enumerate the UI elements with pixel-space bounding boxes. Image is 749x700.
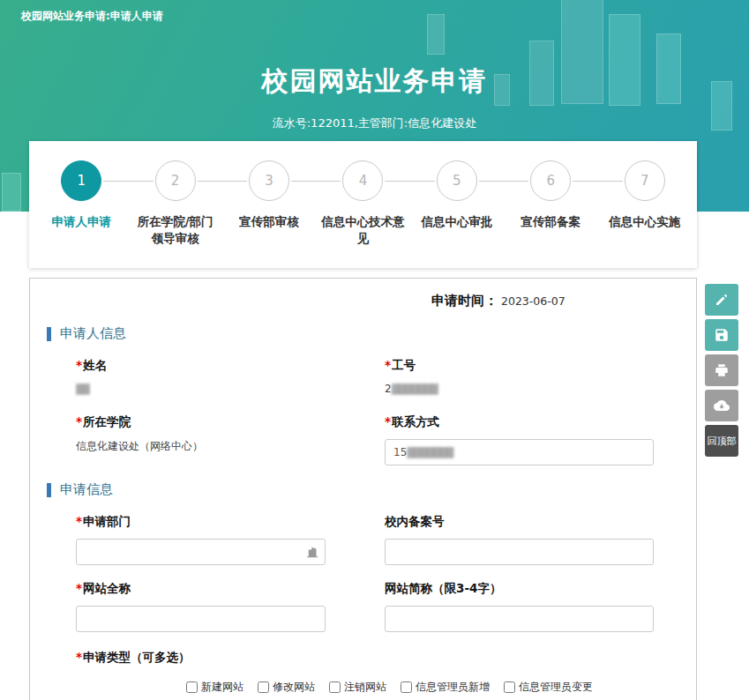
step-publicity-review[interactable]: 3 宣传部审核: [222, 160, 316, 247]
site-shortname-label: 网站简称（限3-4字）: [385, 581, 683, 597]
application-form-card: 申请时间： 2023-06-07 申请人信息 *姓名 ▓▓ *工号 2▓▓▓▓▓…: [29, 278, 697, 700]
pencil-icon: [714, 292, 730, 308]
step-dept-leader-review[interactable]: 2 所在学院/部门领导审核: [128, 160, 221, 247]
step-3-label: 宣传部审核: [226, 213, 312, 230]
required-mark: *: [76, 514, 82, 528]
field-site-shortname: 网站简称（限3-4字）: [385, 565, 683, 632]
applicant-fields: *姓名 ▓▓ *工号 2▓▓▓▓▓▓▓ *所在学院 信息化建设处（网络中心） *…: [76, 342, 683, 465]
floppy-save-icon: [714, 327, 730, 343]
section-title: 申请信息: [60, 481, 113, 498]
checkbox-label: 修改网站: [273, 680, 315, 695]
admin-change-checkbox[interactable]: [504, 681, 515, 693]
step-2-circle: 2: [155, 160, 196, 201]
modify-site-checkbox[interactable]: [258, 681, 269, 693]
step-6-circle: 6: [530, 160, 571, 201]
field-site-fullname: *网站全称: [76, 565, 385, 632]
print-button[interactable]: [705, 354, 738, 386]
step-4-label: 信息中心技术意见: [319, 213, 406, 247]
step-applicant[interactable]: 1 申请人申请: [34, 160, 128, 247]
back-to-top-button[interactable]: 回顶部: [705, 425, 738, 457]
required-mark: *: [385, 358, 391, 372]
apply-type-option-admin-change[interactable]: 信息管理员变更: [504, 680, 593, 695]
download-button[interactable]: [705, 390, 738, 421]
required-mark: *: [76, 414, 82, 428]
field-apply-dept: *申请部门: [76, 498, 385, 565]
new-site-checkbox[interactable]: [186, 681, 198, 693]
step-7-label: 信息中心实施: [602, 213, 688, 230]
site-fullname-label: *网站全称: [76, 581, 385, 597]
step-1-circle: 1: [61, 160, 101, 201]
apply-type-options: 新建网站 修改网站 注销网站 信息管理员新增 信息管理员变更: [186, 680, 683, 695]
step-info-center-approval[interactable]: 5 信息中心审批: [410, 160, 504, 247]
name-label: *姓名: [76, 358, 385, 374]
apply-type-option-modify[interactable]: 修改网站: [258, 680, 315, 695]
step-1-label: 申请人申请: [38, 213, 124, 230]
step-7-circle: 7: [625, 160, 665, 201]
step-2-label: 所在学院/部门领导审核: [132, 213, 219, 247]
apply-time-label: 申请时间：: [431, 293, 498, 309]
apply-type-option-admin-add[interactable]: 信息管理员新增: [401, 680, 490, 695]
employee-id-value: 2▓▓▓▓▓▓▓: [385, 383, 683, 398]
printer-icon: [714, 362, 730, 378]
record-no-label: 校内备案号: [385, 514, 683, 530]
checkbox-label: 信息管理员变更: [519, 680, 593, 695]
field-record-no: 校内备案号: [385, 498, 683, 565]
apply-dept-label: *申请部门: [76, 514, 385, 530]
contact-input[interactable]: 15▓▓▓▓▓▓▓: [385, 439, 654, 465]
field-college: *所在学院 信息化建设处（网络中心）: [76, 398, 385, 465]
apply-time: 申请时间： 2023-06-07: [431, 293, 683, 309]
stepper: 1 申请人申请 2 所在学院/部门领导审核 3 宣传部审核 4 信息中心技术意见…: [29, 141, 697, 268]
college-label: *所在学院: [76, 414, 385, 430]
step-publicity-record[interactable]: 6 宣传部备案: [504, 160, 597, 247]
apply-time-value: 2023-06-07: [501, 294, 565, 308]
apply-type-option-new[interactable]: 新建网站: [186, 680, 243, 695]
cancel-site-checkbox[interactable]: [329, 681, 341, 693]
required-mark: *: [76, 358, 82, 372]
application-fields: *申请部门 校内备案号 *网站全称 网站简称（限3-4字）: [76, 498, 683, 632]
breadcrumb: 校园网站业务申请:申请人申请: [21, 9, 163, 24]
step-4-circle: 4: [342, 160, 383, 201]
field-name: *姓名 ▓▓: [76, 342, 385, 398]
page-subtitle: 流水号:122011,主管部门:信息化建设处: [0, 115, 749, 131]
required-mark: *: [76, 650, 82, 664]
section-title: 申请人信息: [60, 325, 126, 342]
page-title: 校园网站业务申请: [0, 63, 749, 100]
checkbox-label: 信息管理员新增: [416, 680, 490, 695]
apply-type-label: *申请类型（可多选）: [76, 650, 683, 666]
site-shortname-input[interactable]: [385, 606, 654, 632]
section-bar-icon: [47, 483, 51, 497]
admin-add-checkbox[interactable]: [401, 681, 412, 693]
building-decoration: [427, 14, 445, 55]
record-no-input[interactable]: [385, 539, 654, 565]
step-3-circle: 3: [249, 160, 289, 201]
checkbox-label: 新建网站: [201, 680, 243, 695]
step-5-label: 信息中心审批: [414, 213, 500, 230]
step-6-label: 宣传部备案: [507, 213, 594, 230]
step-tech-opinion[interactable]: 4 信息中心技术意见: [316, 160, 409, 247]
apply-type-option-cancel[interactable]: 注销网站: [329, 680, 386, 695]
field-contact: *联系方式 15▓▓▓▓▓▓▓: [385, 398, 683, 465]
org-picker-icon[interactable]: [307, 546, 319, 558]
step-5-circle: 5: [437, 160, 477, 201]
required-mark: *: [76, 581, 82, 595]
step-implementation[interactable]: 7 信息中心实施: [598, 160, 692, 247]
college-value: 信息化建设处（网络中心）: [76, 439, 385, 455]
cloud-download-icon: [713, 398, 730, 413]
apply-dept-input[interactable]: [76, 539, 326, 565]
contact-label: *联系方式: [385, 414, 683, 430]
field-employee-id: *工号 2▓▓▓▓▓▓▓: [385, 342, 683, 398]
section-bar-icon: [47, 327, 51, 341]
edit-button[interactable]: [705, 284, 738, 316]
section-application-info: 申请信息: [47, 481, 683, 498]
save-button[interactable]: [705, 319, 738, 351]
employee-id-label: *工号: [385, 358, 683, 374]
floating-toolbar: 回顶部: [705, 284, 738, 457]
required-mark: *: [385, 414, 391, 428]
site-fullname-input[interactable]: [76, 606, 326, 632]
building-decoration: [2, 173, 21, 212]
checkbox-label: 注销网站: [344, 680, 386, 695]
name-value: ▓▓: [76, 383, 385, 398]
section-applicant-info: 申请人信息: [47, 325, 683, 342]
